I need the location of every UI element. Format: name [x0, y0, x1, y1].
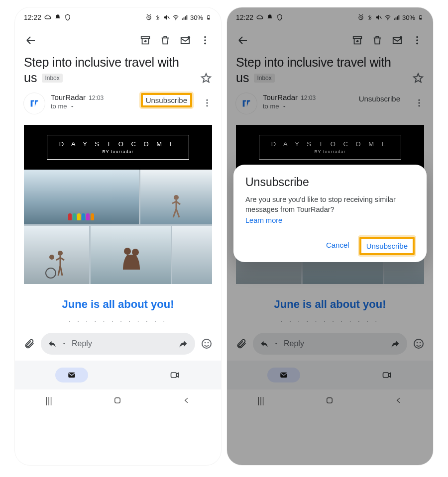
sent-time: 12:03 — [89, 95, 104, 101]
status-time: 12:22 — [24, 13, 41, 21]
email-body-preview: . . . . . . . . . . . . — [24, 316, 212, 328]
mark-unread-button[interactable] — [175, 30, 195, 50]
bell-icon — [54, 14, 61, 21]
subject-text-line2: us — [24, 71, 37, 85]
svg-point-19 — [124, 248, 131, 255]
status-bar: 12:22 30% — [15, 7, 221, 24]
hero-title: D A Y S T O C O M E — [59, 140, 177, 148]
phone-screenshot-step2: 12:22 30% Step into — [227, 7, 433, 465]
reply-placeholder: Reply — [72, 339, 173, 348]
mute-icon — [163, 14, 170, 21]
hero-subtitle: BY tourradar — [59, 149, 177, 154]
svg-rect-5 — [208, 15, 209, 15]
unsubscribe-dialog: Unsubscribe Are you sure you'd like to s… — [233, 165, 427, 262]
svg-point-22 — [205, 342, 206, 344]
system-nav: ||| — [15, 389, 221, 411]
svg-point-9 — [204, 36, 206, 38]
unsubscribe-link[interactable]: Unsubscribe — [141, 93, 192, 107]
dialog-body: Are you sure you'd like to stop receivin… — [245, 195, 415, 214]
reply-bar: Reply — [15, 328, 221, 358]
reply-pill[interactable]: Reply — [41, 333, 195, 355]
svg-point-23 — [208, 342, 209, 344]
sender-avatar[interactable] — [24, 93, 45, 114]
attach-button[interactable] — [23, 338, 36, 349]
svg-rect-26 — [115, 398, 120, 403]
dialog-title: Unsubscribe — [245, 176, 415, 189]
chevron-down-icon — [62, 341, 67, 346]
more-options-button[interactable] — [195, 30, 215, 50]
cancel-button[interactable]: Cancel — [320, 237, 355, 255]
sender-name: TourRadar — [51, 93, 86, 101]
svg-point-21 — [202, 339, 211, 348]
svg-rect-25 — [171, 373, 176, 378]
svg-point-15 — [174, 195, 179, 200]
learn-more-link[interactable]: Learn more — [245, 216, 282, 224]
wifi-icon — [172, 14, 179, 21]
back-button[interactable] — [21, 30, 41, 50]
svg-point-18 — [46, 268, 56, 278]
cloud-icon — [44, 14, 51, 21]
alarm-icon — [145, 14, 152, 21]
email-headline: June is all about you! — [24, 284, 212, 316]
email-subject: Step into inclusive travel with — [15, 53, 221, 71]
svg-point-17 — [58, 251, 63, 256]
svg-point-8 — [188, 36, 191, 39]
folder-chip[interactable]: Inbox — [42, 74, 62, 83]
svg-point-20 — [132, 249, 139, 256]
email-image-gallery — [24, 170, 212, 284]
email-hero-banner: D A Y S T O C O M E BY tourradar — [24, 125, 212, 170]
to-label: to me — [51, 102, 67, 110]
forward-icon[interactable] — [178, 339, 188, 349]
phone-screenshot-step1: 12:22 30% Step into — [15, 7, 221, 465]
svg-rect-6 — [141, 37, 150, 39]
bluetooth-icon — [154, 14, 161, 21]
sys-back[interactable] — [183, 396, 191, 404]
sys-recent[interactable]: ||| — [45, 395, 52, 406]
nav-mail-button[interactable] — [55, 368, 88, 382]
svg-point-12 — [206, 99, 208, 101]
app-toolbar — [15, 24, 221, 53]
signal-icon — [181, 14, 188, 21]
email-subject-row2: us Inbox — [15, 71, 221, 90]
svg-line-1 — [168, 16, 170, 19]
message-more-button[interactable] — [200, 93, 214, 113]
bottom-nav — [15, 361, 221, 389]
svg-point-11 — [204, 43, 206, 45]
email-body: D A Y S T O C O M E BY tourradar June is… — [24, 125, 212, 328]
emoji-button[interactable] — [200, 338, 213, 350]
svg-point-2 — [175, 19, 176, 20]
battery-icon — [205, 14, 212, 21]
star-button[interactable] — [200, 72, 212, 84]
shield-icon — [64, 14, 71, 21]
sys-home[interactable] — [113, 396, 122, 405]
reply-icon — [48, 339, 57, 348]
battery-percent: 30% — [190, 14, 203, 21]
svg-rect-4 — [208, 18, 209, 19]
svg-point-14 — [206, 105, 208, 106]
nav-meet-button[interactable] — [168, 370, 181, 380]
svg-point-10 — [204, 39, 206, 41]
svg-point-13 — [206, 102, 208, 103]
sender-row: TourRadar 12:03 to me Unsubscribe — [15, 90, 221, 116]
subject-text-line1: Step into inclusive travel with — [24, 55, 179, 70]
svg-point-16 — [49, 255, 54, 260]
chevron-down-icon — [69, 103, 75, 109]
archive-button[interactable] — [135, 30, 155, 50]
confirm-unsubscribe-button[interactable]: Unsubscribe — [359, 237, 415, 255]
recipient-dropdown[interactable]: to me — [51, 102, 135, 110]
delete-button[interactable] — [155, 30, 175, 50]
